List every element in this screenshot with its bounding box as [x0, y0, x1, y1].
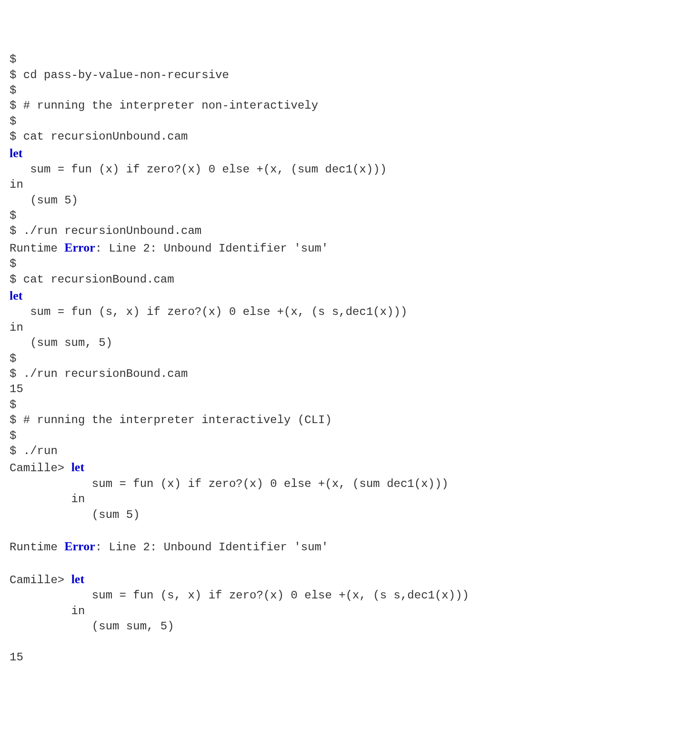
text-segment: (sum sum, 5) — [10, 620, 174, 633]
terminal-line: $ — [10, 52, 690, 67]
terminal-line: in — [10, 177, 690, 192]
text-segment: $ — [10, 115, 16, 128]
terminal-line: $ ./run recursionUnbound.cam — [10, 223, 690, 239]
terminal-line: $ cat recursionBound.cam — [10, 272, 690, 287]
keyword: let — [10, 146, 22, 160]
text-segment: sum = fun (x) if zero?(x) 0 else +(x, (s… — [10, 163, 387, 176]
text-segment: $ — [10, 352, 16, 365]
terminal-line: 15 — [10, 382, 690, 397]
keyword: Error — [64, 241, 95, 254]
text-segment: in — [10, 605, 85, 618]
text-segment: $ cat recursionUnbound.cam — [10, 130, 188, 143]
terminal-line: Camille> let — [10, 459, 690, 476]
text-segment: Camille> — [10, 462, 71, 475]
terminal-line: sum = fun (x) if zero?(x) 0 else +(x, (s… — [10, 476, 690, 492]
keyword: let — [71, 572, 84, 586]
text-segment: $ — [10, 209, 16, 222]
keyword: let — [10, 289, 22, 303]
text-segment: (sum sum, 5) — [10, 336, 112, 349]
terminal-line: $ ./run — [10, 444, 690, 459]
terminal-line: $ # running the interpreter interactivel… — [10, 413, 690, 428]
terminal-line: in — [10, 492, 690, 507]
terminal-line: $ — [10, 428, 690, 444]
text-segment: $ cat recursionBound.cam — [10, 273, 174, 286]
terminal-line: in — [10, 604, 690, 619]
text-segment: (sum 5) — [10, 194, 78, 207]
terminal-line: in — [10, 320, 690, 335]
text-segment: 15 — [10, 383, 23, 395]
text-segment: $ — [10, 429, 16, 442]
text-segment: sum = fun (s, x) if zero?(x) 0 else +(x,… — [10, 305, 407, 318]
text-segment: sum = fun (s, x) if zero?(x) 0 else +(x,… — [10, 589, 469, 602]
text-segment: (sum 5) — [10, 508, 140, 521]
terminal-line: 15 — [10, 650, 690, 665]
terminal-line: sum = fun (s, x) if zero?(x) 0 else +(x,… — [10, 304, 690, 320]
terminal-line: $ cd pass-by-value-non-recursive — [10, 68, 690, 83]
keyword: Error — [64, 539, 95, 553]
text-segment: in — [10, 493, 85, 506]
terminal-line: let — [10, 145, 690, 162]
text-segment: Camille> — [10, 574, 71, 587]
terminal-line: (sum sum, 5) — [10, 619, 690, 634]
terminal-line: $ # running the interpreter non-interact… — [10, 98, 690, 113]
text-segment: Runtime — [10, 541, 64, 554]
text-segment: $ ./run recursionBound.cam — [10, 367, 188, 380]
terminal-line: let — [10, 287, 690, 304]
terminal-line: (sum 5) — [10, 507, 690, 523]
text-segment: $ — [10, 257, 16, 270]
text-segment: : Line 2: Unbound Identifier 'sum' — [95, 242, 329, 255]
text-segment: $ ./run recursionUnbound.cam — [10, 224, 201, 237]
text-segment: 15 — [10, 651, 23, 664]
text-segment: $ — [10, 398, 16, 411]
text-segment: in — [10, 178, 23, 191]
terminal-line: $ — [10, 208, 690, 223]
terminal-line: (sum 5) — [10, 193, 690, 208]
text-segment: $ — [10, 53, 16, 66]
terminal-line: $ — [10, 83, 690, 98]
text-segment: : Line 2: Unbound Identifier 'sum' — [95, 541, 329, 554]
terminal-line: $ ./run recursionBound.cam — [10, 366, 690, 382]
terminal-line — [10, 556, 690, 571]
text-segment: $ ./run — [10, 445, 58, 457]
text-segment: $ # running the interpreter non-interact… — [10, 99, 318, 112]
terminal-line: Runtime Error: Line 2: Unbound Identifie… — [10, 239, 690, 256]
terminal-line — [10, 635, 690, 650]
terminal-line: $ cat recursionUnbound.cam — [10, 129, 690, 144]
text-segment: Runtime — [10, 242, 64, 255]
terminal-line: sum = fun (x) if zero?(x) 0 else +(x, (s… — [10, 162, 690, 177]
keyword: let — [71, 460, 84, 474]
terminal-line: $ — [10, 256, 690, 272]
terminal-line: $ — [10, 397, 690, 413]
text-segment: $ cd pass-by-value-non-recursive — [10, 69, 229, 81]
terminal-line — [10, 523, 690, 538]
terminal-line: $ — [10, 114, 690, 129]
terminal-line: sum = fun (s, x) if zero?(x) 0 else +(x,… — [10, 588, 690, 603]
terminal-line: $ — [10, 351, 690, 366]
terminal-line: Camille> let — [10, 571, 690, 588]
terminal-line: Runtime Error: Line 2: Unbound Identifie… — [10, 538, 690, 555]
text-segment: $ # running the interpreter interactivel… — [10, 414, 332, 426]
text-segment: $ — [10, 84, 16, 97]
text-segment: in — [10, 321, 23, 334]
terminal-output: $$ cd pass-by-value-non-recursive$$ # ru… — [10, 52, 690, 665]
terminal-line: (sum sum, 5) — [10, 335, 690, 351]
text-segment: sum = fun (x) if zero?(x) 0 else +(x, (s… — [10, 477, 449, 490]
